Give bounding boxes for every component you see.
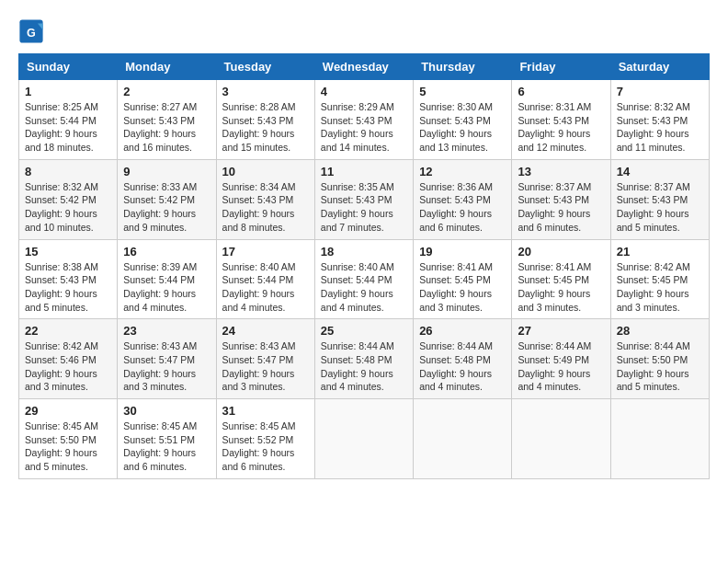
calendar-cell: 22Sunrise: 8:42 AMSunset: 5:46 PMDayligh… xyxy=(19,319,118,399)
day-detail: Sunrise: 8:34 AMSunset: 5:43 PMDaylight:… xyxy=(222,180,309,235)
calendar-cell: 5Sunrise: 8:30 AMSunset: 5:43 PMDaylight… xyxy=(414,80,512,160)
day-detail: Sunrise: 8:43 AMSunset: 5:47 PMDaylight:… xyxy=(222,339,309,394)
calendar-cell: 26Sunrise: 8:44 AMSunset: 5:48 PMDayligh… xyxy=(414,319,512,399)
day-number: 14 xyxy=(617,165,703,178)
calendar-cell: 2Sunrise: 8:27 AMSunset: 5:43 PMDaylight… xyxy=(118,80,216,160)
day-number: 27 xyxy=(518,324,604,338)
calendar-cell: 1Sunrise: 8:25 AMSunset: 5:44 PMDaylight… xyxy=(19,80,118,160)
day-detail: Sunrise: 8:33 AMSunset: 5:42 PMDaylight:… xyxy=(123,180,210,235)
calendar-table: SundayMondayTuesdayWednesdayThursdayFrid… xyxy=(18,53,710,479)
day-detail: Sunrise: 8:27 AMSunset: 5:43 PMDaylight:… xyxy=(123,100,210,155)
day-number: 2 xyxy=(123,85,210,98)
day-detail: Sunrise: 8:25 AMSunset: 5:44 PMDaylight:… xyxy=(25,100,111,155)
calendar-cell: 12Sunrise: 8:36 AMSunset: 5:43 PMDayligh… xyxy=(414,159,512,239)
day-number: 5 xyxy=(419,85,506,98)
calendar-cell: 15Sunrise: 8:38 AMSunset: 5:43 PMDayligh… xyxy=(19,239,118,319)
day-detail: Sunrise: 8:44 AMSunset: 5:50 PMDaylight:… xyxy=(617,339,703,394)
calendar-cell xyxy=(512,399,610,479)
day-number: 20 xyxy=(518,245,604,259)
day-number: 13 xyxy=(518,165,604,178)
day-number: 28 xyxy=(617,324,703,338)
day-detail: Sunrise: 8:32 AMSunset: 5:42 PMDaylight:… xyxy=(25,180,111,235)
day-detail: Sunrise: 8:42 AMSunset: 5:45 PMDaylight:… xyxy=(617,260,703,315)
calendar-cell: 9Sunrise: 8:33 AMSunset: 5:42 PMDaylight… xyxy=(118,159,216,239)
calendar-week-row: 15Sunrise: 8:38 AMSunset: 5:43 PMDayligh… xyxy=(19,239,710,319)
calendar-cell xyxy=(610,399,709,479)
logo-icon: G xyxy=(18,18,44,44)
day-number: 1 xyxy=(25,85,111,98)
day-number: 29 xyxy=(25,404,111,418)
calendar-cell: 4Sunrise: 8:29 AMSunset: 5:43 PMDaylight… xyxy=(314,80,413,160)
day-number: 9 xyxy=(123,165,210,178)
logo: G xyxy=(18,18,48,44)
calendar-cell: 29Sunrise: 8:45 AMSunset: 5:50 PMDayligh… xyxy=(19,399,118,479)
calendar-cell: 6Sunrise: 8:31 AMSunset: 5:43 PMDaylight… xyxy=(512,80,610,160)
calendar-header-wednesday: Wednesday xyxy=(314,54,413,80)
day-detail: Sunrise: 8:42 AMSunset: 5:46 PMDaylight:… xyxy=(25,339,111,394)
calendar-cell: 10Sunrise: 8:34 AMSunset: 5:43 PMDayligh… xyxy=(216,159,314,239)
calendar-header-monday: Monday xyxy=(118,54,216,80)
page-header: G xyxy=(18,18,710,44)
day-detail: Sunrise: 8:39 AMSunset: 5:44 PMDaylight:… xyxy=(123,260,210,315)
calendar-header-thursday: Thursday xyxy=(414,54,512,80)
calendar-week-row: 22Sunrise: 8:42 AMSunset: 5:46 PMDayligh… xyxy=(19,319,710,399)
calendar-cell: 20Sunrise: 8:41 AMSunset: 5:45 PMDayligh… xyxy=(512,239,610,319)
day-number: 31 xyxy=(222,404,309,418)
day-detail: Sunrise: 8:32 AMSunset: 5:43 PMDaylight:… xyxy=(617,100,703,155)
calendar-header-sunday: Sunday xyxy=(19,54,118,80)
calendar-cell: 19Sunrise: 8:41 AMSunset: 5:45 PMDayligh… xyxy=(414,239,512,319)
day-detail: Sunrise: 8:28 AMSunset: 5:43 PMDaylight:… xyxy=(222,100,309,155)
day-detail: Sunrise: 8:37 AMSunset: 5:43 PMDaylight:… xyxy=(518,180,604,235)
day-detail: Sunrise: 8:41 AMSunset: 5:45 PMDaylight:… xyxy=(419,260,506,315)
day-number: 12 xyxy=(419,165,506,178)
calendar-header-tuesday: Tuesday xyxy=(216,54,314,80)
calendar-cell: 23Sunrise: 8:43 AMSunset: 5:47 PMDayligh… xyxy=(118,319,216,399)
calendar-cell: 30Sunrise: 8:45 AMSunset: 5:51 PMDayligh… xyxy=(118,399,216,479)
svg-text:G: G xyxy=(27,27,36,40)
day-number: 17 xyxy=(222,245,309,259)
day-number: 15 xyxy=(25,245,111,259)
calendar-cell: 17Sunrise: 8:40 AMSunset: 5:44 PMDayligh… xyxy=(216,239,314,319)
calendar-header-saturday: Saturday xyxy=(610,54,709,80)
day-number: 26 xyxy=(419,324,506,338)
day-detail: Sunrise: 8:37 AMSunset: 5:43 PMDaylight:… xyxy=(617,180,703,235)
day-detail: Sunrise: 8:45 AMSunset: 5:50 PMDaylight:… xyxy=(25,419,111,474)
day-number: 6 xyxy=(518,85,604,98)
day-number: 19 xyxy=(419,245,506,259)
day-number: 7 xyxy=(617,85,703,98)
calendar-header-row: SundayMondayTuesdayWednesdayThursdayFrid… xyxy=(19,54,710,80)
day-detail: Sunrise: 8:36 AMSunset: 5:43 PMDaylight:… xyxy=(419,180,506,235)
day-detail: Sunrise: 8:38 AMSunset: 5:43 PMDaylight:… xyxy=(25,260,111,315)
day-detail: Sunrise: 8:30 AMSunset: 5:43 PMDaylight:… xyxy=(419,100,506,155)
calendar-cell: 16Sunrise: 8:39 AMSunset: 5:44 PMDayligh… xyxy=(118,239,216,319)
calendar-cell: 21Sunrise: 8:42 AMSunset: 5:45 PMDayligh… xyxy=(610,239,709,319)
day-detail: Sunrise: 8:44 AMSunset: 5:48 PMDaylight:… xyxy=(321,339,407,394)
day-number: 25 xyxy=(321,324,407,338)
day-detail: Sunrise: 8:45 AMSunset: 5:51 PMDaylight:… xyxy=(123,419,210,474)
calendar-cell: 31Sunrise: 8:45 AMSunset: 5:52 PMDayligh… xyxy=(216,399,314,479)
day-detail: Sunrise: 8:31 AMSunset: 5:43 PMDaylight:… xyxy=(518,100,604,155)
day-detail: Sunrise: 8:45 AMSunset: 5:52 PMDaylight:… xyxy=(222,419,309,474)
calendar-cell: 14Sunrise: 8:37 AMSunset: 5:43 PMDayligh… xyxy=(610,159,709,239)
day-number: 30 xyxy=(123,404,210,418)
day-detail: Sunrise: 8:44 AMSunset: 5:48 PMDaylight:… xyxy=(419,339,506,394)
calendar-cell: 18Sunrise: 8:40 AMSunset: 5:44 PMDayligh… xyxy=(314,239,413,319)
calendar-cell xyxy=(414,399,512,479)
day-number: 24 xyxy=(222,324,309,338)
calendar-week-row: 1Sunrise: 8:25 AMSunset: 5:44 PMDaylight… xyxy=(19,80,710,160)
day-detail: Sunrise: 8:35 AMSunset: 5:43 PMDaylight:… xyxy=(321,180,407,235)
day-number: 10 xyxy=(222,165,309,178)
day-number: 22 xyxy=(25,324,111,338)
day-detail: Sunrise: 8:44 AMSunset: 5:49 PMDaylight:… xyxy=(518,339,604,394)
day-number: 23 xyxy=(123,324,210,338)
calendar-week-row: 29Sunrise: 8:45 AMSunset: 5:50 PMDayligh… xyxy=(19,399,710,479)
day-number: 18 xyxy=(321,245,407,259)
day-detail: Sunrise: 8:41 AMSunset: 5:45 PMDaylight:… xyxy=(518,260,604,315)
calendar-cell: 7Sunrise: 8:32 AMSunset: 5:43 PMDaylight… xyxy=(610,80,709,160)
day-number: 11 xyxy=(321,165,407,178)
day-number: 16 xyxy=(123,245,210,259)
day-number: 21 xyxy=(617,245,703,259)
calendar-cell: 11Sunrise: 8:35 AMSunset: 5:43 PMDayligh… xyxy=(314,159,413,239)
day-number: 4 xyxy=(321,85,407,98)
calendar-cell: 13Sunrise: 8:37 AMSunset: 5:43 PMDayligh… xyxy=(512,159,610,239)
